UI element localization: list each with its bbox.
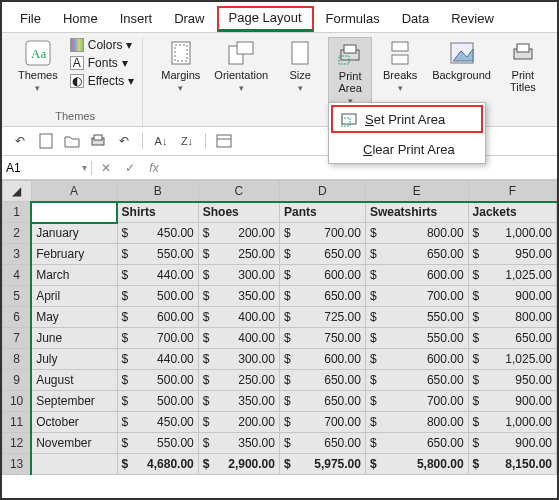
cell[interactable]: March [31, 265, 117, 286]
cell[interactable]: $600.00 [117, 307, 198, 328]
chevron-down-icon[interactable]: ▾ [82, 162, 87, 173]
cell[interactable]: $700.00 [117, 328, 198, 349]
cell[interactable]: $800.00 [468, 307, 556, 328]
tab-data[interactable]: Data [392, 7, 439, 32]
cell[interactable]: $725.00 [279, 307, 365, 328]
row-header[interactable]: 9 [3, 370, 32, 391]
print-button[interactable] [88, 131, 108, 151]
cell[interactable]: $800.00 [365, 412, 468, 433]
open-button[interactable] [62, 131, 82, 151]
new-button[interactable] [36, 131, 56, 151]
margins-button[interactable]: Margins▾ [157, 37, 204, 95]
cell[interactable]: Shirts [117, 202, 198, 223]
fx-button[interactable]: fx [146, 161, 162, 175]
themes-button[interactable]: Aa Themes ▾ [14, 37, 62, 95]
confirm-formula-button[interactable]: ✓ [122, 161, 138, 175]
cell[interactable]: November [31, 433, 117, 454]
effects-button[interactable]: ◐Effects ▾ [68, 73, 136, 89]
cell[interactable]: $440.00 [117, 265, 198, 286]
cell[interactable]: May [31, 307, 117, 328]
print-titles-button[interactable]: Print Titles [501, 37, 545, 95]
cell[interactable]: $550.00 [365, 307, 468, 328]
col-header-f[interactable]: F [468, 181, 556, 202]
cell[interactable]: $650.00 [279, 370, 365, 391]
cell[interactable]: $900.00 [468, 391, 556, 412]
row-header[interactable]: 8 [3, 349, 32, 370]
cell[interactable]: July [31, 349, 117, 370]
cell[interactable]: $650.00 [279, 244, 365, 265]
cell[interactable]: $440.00 [117, 349, 198, 370]
orientation-button[interactable]: Orientation▾ [210, 37, 272, 95]
cell[interactable]: $300.00 [198, 349, 279, 370]
col-header-e[interactable]: E [365, 181, 468, 202]
col-header-c[interactable]: C [198, 181, 279, 202]
undo-button-2[interactable]: ↶ [114, 131, 134, 151]
tab-formulas[interactable]: Formulas [316, 7, 390, 32]
row-header[interactable]: 7 [3, 328, 32, 349]
cell[interactable]: $600.00 [365, 349, 468, 370]
cancel-formula-button[interactable]: ✕ [98, 161, 114, 175]
cell[interactable]: $400.00 [198, 328, 279, 349]
cell[interactable]: Jackets [468, 202, 556, 223]
cell[interactable]: $5,800.00 [365, 454, 468, 475]
cell[interactable]: $200.00 [198, 223, 279, 244]
cell[interactable] [31, 454, 117, 475]
cell[interactable]: Shoes [198, 202, 279, 223]
cell[interactable]: $550.00 [117, 433, 198, 454]
set-print-area-item[interactable]: Set Print Area [331, 105, 483, 133]
row-header[interactable]: 11 [3, 412, 32, 433]
row-header[interactable]: 5 [3, 286, 32, 307]
cell[interactable]: April [31, 286, 117, 307]
cell[interactable]: $600.00 [279, 349, 365, 370]
cell[interactable]: $350.00 [198, 286, 279, 307]
cell[interactable]: $900.00 [468, 286, 556, 307]
row-header[interactable]: 12 [3, 433, 32, 454]
size-button[interactable]: Size▾ [278, 37, 322, 95]
cell[interactable]: August [31, 370, 117, 391]
cell[interactable]: $450.00 [117, 223, 198, 244]
cell[interactable]: $650.00 [279, 433, 365, 454]
cell[interactable]: $650.00 [365, 244, 468, 265]
cell[interactable]: $300.00 [198, 265, 279, 286]
tab-draw[interactable]: Draw [164, 7, 214, 32]
print-area-button[interactable]: Print Area▾ [328, 37, 372, 109]
row-header[interactable]: 2 [3, 223, 32, 244]
cell[interactable]: $750.00 [279, 328, 365, 349]
name-box[interactable]: ▾ [2, 161, 92, 175]
cell-a1[interactable] [31, 202, 117, 223]
undo-button[interactable]: ↶ [10, 131, 30, 151]
cell[interactable]: $1,025.00 [468, 349, 556, 370]
cell[interactable]: Sweatshirts [365, 202, 468, 223]
cell[interactable]: $400.00 [198, 307, 279, 328]
col-header-a[interactable]: A [31, 181, 117, 202]
cell[interactable]: $900.00 [468, 433, 556, 454]
cell[interactable]: $550.00 [365, 328, 468, 349]
row-header[interactable]: 3 [3, 244, 32, 265]
select-all-cell[interactable]: ◢ [3, 181, 32, 202]
cell[interactable]: $5,975.00 [279, 454, 365, 475]
cell[interactable]: $550.00 [117, 244, 198, 265]
cell[interactable]: $450.00 [117, 412, 198, 433]
cell[interactable]: $250.00 [198, 370, 279, 391]
col-header-b[interactable]: B [117, 181, 198, 202]
cell[interactable]: $200.00 [198, 412, 279, 433]
cell[interactable]: $650.00 [365, 433, 468, 454]
cell[interactable]: Pants [279, 202, 365, 223]
row-header[interactable]: 4 [3, 265, 32, 286]
row-header[interactable]: 10 [3, 391, 32, 412]
cell[interactable]: $1,000.00 [468, 412, 556, 433]
tab-review[interactable]: Review [441, 7, 504, 32]
cell[interactable]: $600.00 [365, 265, 468, 286]
cell[interactable]: $700.00 [365, 286, 468, 307]
row-header[interactable]: 6 [3, 307, 32, 328]
cell[interactable]: $650.00 [365, 370, 468, 391]
cell[interactable]: $4,680.00 [117, 454, 198, 475]
cell[interactable]: $950.00 [468, 244, 556, 265]
cell[interactable]: $650.00 [279, 286, 365, 307]
cell[interactable]: $800.00 [365, 223, 468, 244]
cell[interactable]: $650.00 [468, 328, 556, 349]
cell[interactable]: $500.00 [117, 286, 198, 307]
cell[interactable]: $700.00 [279, 412, 365, 433]
cell[interactable]: October [31, 412, 117, 433]
cell[interactable]: $950.00 [468, 370, 556, 391]
